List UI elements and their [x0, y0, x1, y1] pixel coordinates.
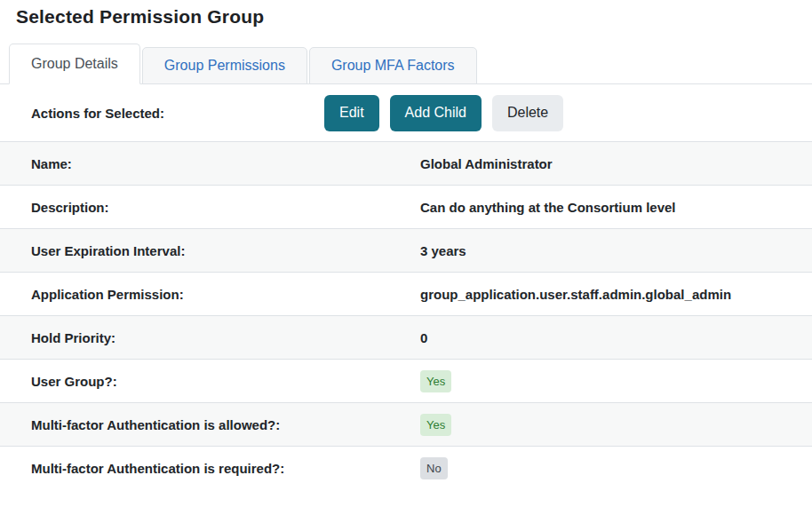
row-hold-priority-value: 0	[420, 330, 812, 345]
row-mfa-required-label: Multi-factor Authentication is required?…	[0, 461, 420, 476]
row-user-expiration-interval-label: User Expiration Interval:	[0, 243, 420, 258]
row-user-expiration-interval: User Expiration Interval: 3 years	[0, 228, 812, 272]
row-application-permission: Application Permission: group_applicatio…	[0, 272, 812, 315]
row-mfa-required: Multi-factor Authentication is required?…	[0, 446, 812, 489]
row-user-group: User Group?: Yes	[0, 359, 812, 402]
row-user-group-label: User Group?:	[0, 374, 420, 389]
row-hold-priority-label: Hold Priority:	[0, 330, 420, 345]
row-mfa-allowed-value: Yes	[420, 414, 812, 436]
row-description-value: Can do anything at the Consortium level	[420, 200, 812, 215]
row-description-label: Description:	[0, 200, 420, 215]
row-mfa-allowed-label: Multi-factor Authentication is allowed?:	[0, 417, 420, 432]
tab-bar: Group Details Group Permissions Group MF…	[0, 42, 812, 84]
row-description: Description: Can do anything at the Cons…	[0, 185, 812, 228]
actions-label: Actions for Selected:	[0, 106, 324, 121]
page-title: Selected Permission Group	[0, 0, 812, 28]
row-mfa-allowed: Multi-factor Authentication is allowed?:…	[0, 402, 812, 446]
row-mfa-required-value: No	[420, 457, 812, 479]
delete-button[interactable]: Delete	[492, 95, 563, 131]
actions-row: Actions for Selected: Edit Add Child Del…	[0, 84, 812, 141]
row-name-value: Global Administrator	[420, 156, 812, 171]
row-name: Name: Global Administrator	[0, 141, 812, 185]
user-group-status-badge: Yes	[420, 370, 451, 392]
row-user-group-value: Yes	[420, 370, 812, 392]
group-details-table: Name: Global Administrator Description: …	[0, 141, 812, 489]
row-name-label: Name:	[0, 156, 420, 171]
tab-group-mfa-factors[interactable]: Group MFA Factors	[309, 47, 477, 84]
add-child-button[interactable]: Add Child	[390, 95, 482, 131]
row-hold-priority: Hold Priority: 0	[0, 315, 812, 359]
row-application-permission-label: Application Permission:	[0, 287, 420, 302]
edit-button[interactable]: Edit	[324, 95, 379, 131]
row-application-permission-value: group_application.user.staff.admin.globa…	[420, 287, 812, 302]
mfa-required-status-badge: No	[420, 457, 448, 479]
mfa-allowed-status-badge: Yes	[420, 414, 451, 436]
tab-group-permissions[interactable]: Group Permissions	[142, 47, 307, 84]
row-user-expiration-interval-value: 3 years	[420, 243, 812, 258]
tab-group-details[interactable]: Group Details	[9, 44, 140, 84]
